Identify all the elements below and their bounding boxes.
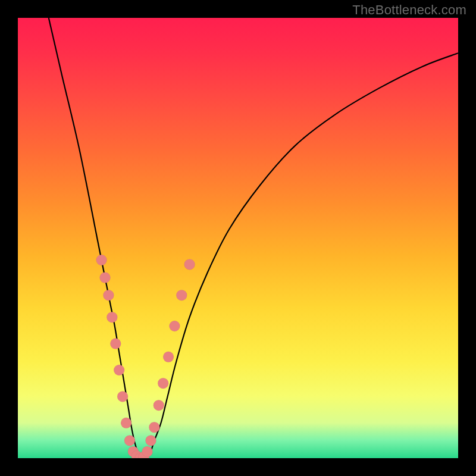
highlight-dot [184,259,195,270]
watermark-text: TheBottleneck.com [352,2,466,18]
chart-svg [18,18,458,458]
highlight-dot [124,435,135,446]
highlight-dot [96,255,107,265]
highlight-dot [154,400,164,411]
highlight-dot [117,391,128,402]
highlight-dot [114,365,124,375]
highlight-dots-group [96,255,195,458]
highlight-dot [100,273,111,283]
highlight-dot [110,339,121,349]
highlight-dot [121,418,131,428]
highlight-dot [142,446,153,457]
highlight-dot [163,352,174,362]
chart-frame: TheBottleneck.com [0,0,476,476]
highlight-dot [169,321,180,331]
highlight-dot [149,422,159,433]
highlight-dot [145,435,156,446]
chart-plot-area [18,18,458,458]
bottleneck-curve [49,18,458,458]
highlight-dot [103,290,114,300]
highlight-dot [107,312,117,322]
highlight-dot [158,378,168,389]
highlight-dot [176,290,187,300]
